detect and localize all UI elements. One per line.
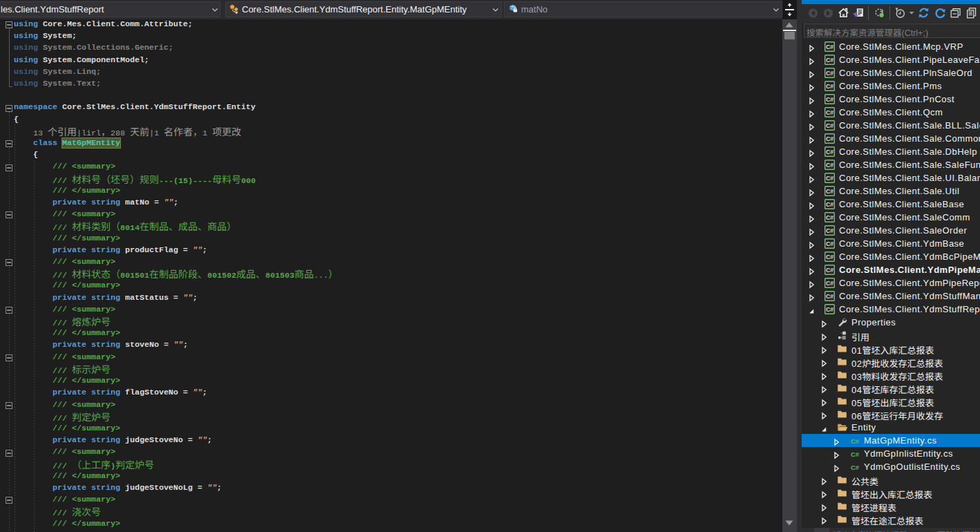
svg-text:C#: C# (826, 83, 833, 90)
svg-text:C#: C# (826, 214, 833, 221)
svg-text:C#: C# (826, 109, 833, 116)
svg-text:C#: C# (826, 149, 833, 155)
svg-text:C#: C# (851, 464, 860, 471)
svg-text:C#: C# (826, 70, 833, 77)
svg-text:C#: C# (826, 135, 833, 142)
svg-text:C#: C# (826, 188, 833, 195)
svg-text:C#: C# (826, 96, 833, 103)
svg-text:C#: C# (826, 293, 833, 300)
svg-text:C#: C# (826, 162, 833, 169)
svg-text:C#: C# (826, 227, 833, 234)
svg-text:C#: C# (826, 175, 833, 182)
svg-text:C#: C# (826, 267, 833, 274)
svg-text:C#: C# (826, 201, 833, 208)
svg-text:C#: C# (826, 122, 833, 129)
svg-text:C#: C# (826, 57, 833, 64)
svg-text:C#: C# (851, 437, 860, 445)
svg-text:C#: C# (826, 280, 833, 287)
svg-text:C#: C# (826, 254, 833, 260)
svg-text:C#: C# (826, 240, 833, 247)
svg-text:C#: C# (826, 44, 833, 50)
svg-text:C#: C# (826, 306, 833, 313)
svg-text:C#: C# (851, 450, 860, 458)
